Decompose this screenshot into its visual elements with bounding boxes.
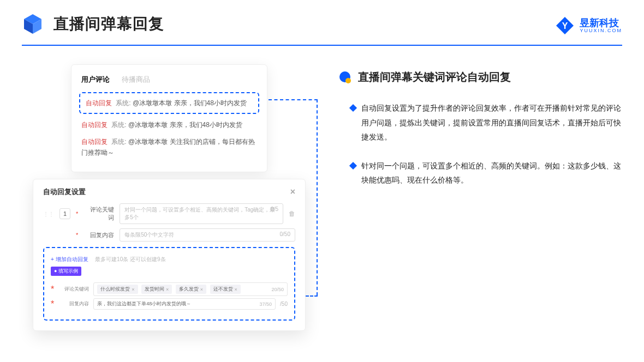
add-hint: 最多可建10条 还可以创建9条: [95, 256, 165, 262]
brand-url: YUUXIN.COM: [580, 28, 622, 33]
example-keyword-label: 评论关键词: [59, 286, 89, 293]
bullet-text: 自动回复设置为了提升作者的评论回复效率，作者可在开播前针对常见的评论用户问题，提…: [361, 101, 622, 144]
required-mark: *: [76, 210, 78, 217]
reply-label: 回复内容: [85, 231, 114, 239]
example-keyword-box[interactable]: 什么时候发货 发货时间 多久发货 还不发货 20/50: [93, 282, 288, 296]
reply-count: 0/50: [280, 231, 290, 237]
system-label: 系统:: [111, 138, 128, 146]
comment-row: 自动回复 系统: @冰墩墩本墩 关注我们的店铺，每日都有热门推荐呦～: [81, 136, 257, 159]
outer-count: /50: [280, 301, 288, 307]
example-keyword-count: 20/50: [271, 287, 284, 292]
comment-row-highlight: 自动回复 系统: @冰墩墩本墩 亲亲，我们48小时内发货: [79, 92, 259, 114]
rule-number: 1: [59, 208, 70, 219]
comment-text: @冰墩墩本墩 亲亲，我们48小时内发货: [133, 99, 247, 107]
brand-block: Y 昱新科技 YUUXIN.COM: [556, 16, 622, 35]
example-reply-count: 37/50: [260, 301, 272, 307]
comment-row: 自动回复 系统: @冰墩墩本墩 亲亲，我们48小时内发货: [81, 119, 257, 130]
required-mark: *: [76, 232, 78, 238]
reply-input[interactable]: 每条限50个中文字符 0/50: [120, 228, 295, 242]
drag-handle-icon[interactable]: ⋮⋮: [43, 211, 54, 217]
comment-text: @冰墩墩本墩 亲亲，我们48小时内发货: [128, 121, 242, 129]
app-cube-icon: [22, 13, 44, 35]
bullet-text: 针对同一个问题，可设置多个相近的、高频的关键词。例如：这款多少钱、这块能优惠吗、…: [361, 159, 622, 188]
example-block: + 增加自动回复 最多可建10条 还可以创建9条 ● 填写示例 * 评论关键词 …: [43, 247, 295, 321]
connector-line: [306, 295, 318, 297]
keyword-chip[interactable]: 什么时候发货: [97, 285, 138, 294]
delete-icon[interactable]: 🗑: [289, 210, 295, 218]
brand-logo-icon: Y: [556, 16, 574, 35]
keyword-label: 评论关键词: [85, 206, 114, 222]
auto-reply-tag: 自动回复: [81, 121, 108, 129]
example-reply-label: 回复内容: [59, 300, 89, 307]
auto-reply-tag: 自动回复: [81, 138, 108, 146]
required-mark: *: [51, 299, 54, 309]
example-reply-text: 亲，我们这边都是下单48小时内发货的哦～: [97, 300, 191, 307]
connector-line: [317, 99, 318, 295]
connector-line: [269, 99, 318, 100]
add-auto-reply-link[interactable]: + 增加自动回复: [51, 256, 88, 262]
keyword-input[interactable]: 对同一个问题，可设置多个相近、高频的关键词，Tag确定，最多5个 0/5: [120, 203, 283, 224]
svg-text:Y: Y: [562, 21, 568, 31]
keyword-chip[interactable]: 多久发货: [176, 285, 206, 294]
comments-panel: 用户评论 待播商品 自动回复 系统: @冰墩墩本墩 亲亲，我们48小时内发货 自…: [71, 64, 267, 172]
bullet-circle-icon: [338, 71, 351, 84]
settings-title: 自动回复设置: [43, 187, 86, 197]
diamond-bullet-icon: [349, 104, 357, 112]
section-title: 直播间弹幕关键词评论自动回复: [358, 70, 511, 85]
diamond-bullet-icon: [349, 162, 357, 170]
page-title: 直播间弹幕回复: [53, 14, 164, 34]
keyword-chip[interactable]: 还不发货: [210, 285, 241, 294]
system-label: 系统:: [116, 99, 133, 107]
brand-name: 昱新科技: [580, 18, 622, 28]
close-icon[interactable]: ×: [290, 187, 295, 197]
keyword-placeholder: 对同一个问题，可设置多个相近、高频的关键词，Tag确定，最多5个: [124, 207, 275, 220]
keyword-chip[interactable]: 发货时间: [141, 285, 172, 294]
svg-point-6: [345, 78, 351, 83]
reply-placeholder: 每条限50个中文字符: [124, 232, 174, 238]
example-reply-box[interactable]: 亲，我们这边都是下单48小时内发货的哦～ 37/50: [93, 298, 276, 310]
tab-pending-goods[interactable]: 待播商品: [122, 75, 150, 85]
example-pill: ● 填写示例: [51, 267, 81, 276]
required-mark: *: [51, 285, 54, 294]
system-label: 系统:: [111, 121, 128, 129]
keyword-count: 0/5: [271, 206, 278, 212]
auto-reply-settings-panel: 自动回复设置 × ⋮⋮ 1 * 评论关键词 对同一个问题，可设置多个相近、高频的…: [33, 179, 306, 331]
auto-reply-tag: 自动回复: [86, 99, 112, 107]
tab-user-comments[interactable]: 用户评论: [81, 75, 110, 85]
